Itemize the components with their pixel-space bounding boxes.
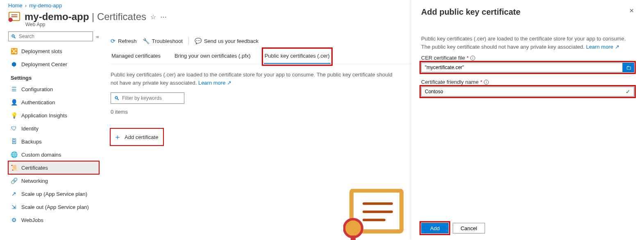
sidebar-item-application-insights[interactable]: 💡Application Insights: [8, 109, 99, 122]
learn-more-link[interactable]: Learn more ↗: [198, 80, 231, 86]
svg-point-8: [344, 219, 362, 237]
cer-file-label: CER certificate file* i: [421, 55, 634, 61]
sidebar-item-networking[interactable]: 🔗Networking: [8, 174, 99, 187]
add-button[interactable]: Add: [421, 223, 449, 233]
sidebar-item-scale-up[interactable]: ↗Scale up (App Service plan): [8, 187, 99, 200]
sidebar-item-identity[interactable]: 🛡Identity: [8, 122, 99, 135]
chevron-icon: ›: [25, 2, 27, 9]
filter-box[interactable]: 🔍︎: [111, 92, 184, 104]
filter-input[interactable]: [122, 95, 184, 101]
tab-public-key-certificates[interactable]: Public key certificates (.cer): [264, 49, 331, 64]
checkmark-icon: ✓: [626, 88, 630, 95]
sidebar-item-certificates[interactable]: 📜Certificates: [8, 161, 99, 174]
search-icon: 🔍︎: [11, 34, 16, 40]
sidebar-item-deployment-center[interactable]: ⬢ Deployment Center: [8, 58, 99, 71]
troubleshoot-icon: 🔧: [143, 38, 150, 44]
info-icon[interactable]: i: [470, 56, 475, 61]
webjobs-icon: ⚙: [11, 217, 17, 223]
domains-icon: 🌐: [11, 151, 17, 158]
deployment-center-icon: ⬢: [11, 61, 17, 67]
sidebar-item-webjobs[interactable]: ⚙WebJobs: [8, 213, 99, 227]
svg-point-3: [9, 18, 12, 22]
plus-icon: ＋: [114, 132, 121, 142]
configuration-icon: ☰: [11, 86, 17, 92]
sidebar: 🔍︎ « 🔀 Deployment slots ⬢ Deployment Cen…: [0, 31, 102, 227]
backups-icon: 🗄: [11, 138, 17, 145]
feedback-button[interactable]: 💬Send us your feedback: [195, 38, 259, 44]
tab-description: Public key certificates (.cer) are loade…: [111, 71, 397, 87]
add-certificate-button[interactable]: ＋ Add certificate: [111, 129, 163, 145]
networking-icon: 🔗: [11, 177, 17, 184]
cancel-button[interactable]: Cancel: [453, 223, 485, 233]
favorite-star-icon[interactable]: ☆: [150, 13, 156, 21]
sidebar-heading-settings: Settings: [8, 71, 99, 83]
tab-bring-your-own[interactable]: Bring your own certificates (.pfx): [174, 49, 252, 64]
breadcrumb-app[interactable]: my-demo-app: [29, 2, 62, 9]
external-link-icon: ↗: [615, 44, 619, 50]
identity-icon: 🛡: [11, 125, 17, 132]
external-link-icon: ↗: [227, 80, 231, 86]
certificate-illustration: [343, 189, 405, 240]
friendly-name-row: ✓: [421, 87, 634, 96]
certificate-icon: [8, 11, 20, 22]
more-menu-icon[interactable]: ⋯: [160, 13, 167, 21]
svg-rect-9: [351, 236, 356, 240]
feedback-icon: 💬: [195, 38, 202, 44]
sidebar-search-input[interactable]: [19, 34, 90, 39]
close-panel-button[interactable]: ✕: [629, 7, 634, 14]
required-indicator: *: [480, 79, 482, 85]
sidebar-item-custom-domains[interactable]: 🌐Custom domains: [8, 148, 99, 161]
friendly-name-input[interactable]: [425, 89, 626, 94]
certificates-icon: 📜: [11, 164, 17, 171]
panel-description: Public key certificates (.cer) are loade…: [421, 35, 634, 51]
friendly-name-label: Certificate friendly name* i: [421, 79, 634, 85]
sidebar-item-configuration[interactable]: ☰Configuration: [8, 83, 99, 96]
cer-file-input[interactable]: [421, 63, 623, 72]
sidebar-item-authentication[interactable]: 👤Authentication: [8, 96, 99, 109]
collapse-sidebar-icon[interactable]: «: [96, 34, 99, 40]
add-certificate-panel: Add public key certificate ✕ Public key …: [411, 0, 644, 240]
info-icon[interactable]: i: [484, 80, 489, 85]
refresh-button[interactable]: ⟳Refresh: [111, 38, 137, 44]
sidebar-item-deployment-slots[interactable]: 🔀 Deployment slots: [8, 45, 99, 58]
panel-learn-more-link[interactable]: Learn more ↗: [586, 44, 619, 50]
scale-up-icon: ↗: [11, 191, 17, 197]
slots-icon: 🔀: [11, 48, 17, 54]
refresh-icon: ⟳: [111, 38, 116, 44]
sidebar-search[interactable]: 🔍︎: [8, 31, 93, 41]
authentication-icon: 👤: [11, 99, 17, 105]
sidebar-item-scale-out[interactable]: ⇲Scale out (App Service plan): [8, 200, 99, 213]
cer-file-row: 🗀: [421, 63, 634, 72]
browse-file-button[interactable]: 🗀: [623, 63, 634, 72]
scale-out-icon: ⇲: [11, 204, 17, 210]
tab-managed-certificates[interactable]: Managed certificates: [111, 49, 161, 64]
page-title: my-demo-app | Certificates: [25, 11, 146, 22]
toolbar-divider: [188, 37, 189, 45]
search-icon: 🔍︎: [114, 95, 120, 101]
required-indicator: *: [467, 55, 469, 61]
sidebar-item-backups[interactable]: 🗄Backups: [8, 135, 99, 148]
insights-icon: 💡: [11, 112, 17, 119]
folder-icon: 🗀: [626, 65, 631, 71]
panel-title: Add public key certificate: [421, 7, 520, 17]
troubleshoot-button[interactable]: 🔧Troubleshoot: [143, 38, 183, 44]
breadcrumb-home[interactable]: Home: [8, 2, 23, 9]
